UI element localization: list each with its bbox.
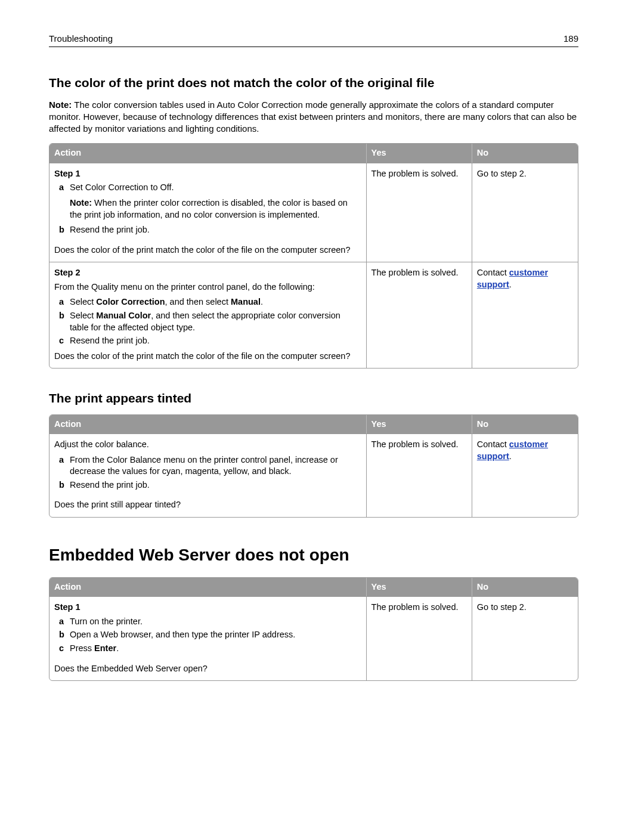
step-label: Step 1 — [54, 602, 361, 614]
table-row: Step 1 a Set Color Correction to Off. No… — [49, 163, 578, 262]
step-intro: From the Quality menu on the printer con… — [54, 281, 361, 293]
col-action: Action — [49, 415, 367, 434]
yes-cell: The problem is solved. — [367, 163, 472, 262]
step-label: Step 1 — [54, 168, 361, 180]
col-yes: Yes — [367, 144, 472, 163]
col-action: Action — [49, 144, 367, 163]
col-no: No — [472, 578, 578, 597]
list-marker: a — [59, 182, 70, 194]
page: Troubleshooting 189 The color of the pri… — [0, 0, 644, 833]
text-frag: . — [509, 280, 512, 289]
header-section: Troubleshooting — [49, 33, 113, 45]
table-row: Step 2 From the Quality menu on the prin… — [49, 262, 578, 368]
col-no: No — [472, 415, 578, 434]
no-cell: Contact customer support. — [472, 433, 578, 517]
col-yes: Yes — [367, 578, 472, 597]
no-cell: Go to step 2. — [472, 163, 578, 262]
text-frag: Contact — [477, 268, 509, 277]
action-cell: Step 1 a Set Color Correction to Off. No… — [49, 163, 367, 262]
bold-frag: Color Correction — [96, 297, 165, 306]
section2-table: Action Yes No Adjust the color balance. … — [49, 414, 578, 518]
sub-a: a Set Color Correction to Off. — [59, 182, 361, 194]
sub-note: Note: When the printer color correction … — [70, 197, 361, 221]
list-text: From the Color Balance menu on the print… — [70, 454, 361, 478]
section1-title: The color of the print does not match th… — [49, 75, 578, 91]
step-question: Does the color of the print match the co… — [54, 244, 361, 256]
text-frag: Press — [70, 643, 94, 653]
action-cell: Adjust the color balance. a From the Col… — [49, 433, 367, 517]
list-text: Select Color Correction, and then select… — [70, 296, 361, 308]
step-question: Does the Embedded Web Server open? — [54, 663, 361, 675]
table-row: Step 1 a Turn on the printer. b Open a W… — [49, 596, 578, 680]
bold-frag: Manual — [231, 297, 261, 306]
col-yes: Yes — [367, 415, 472, 434]
list-marker: a — [59, 616, 70, 628]
sub-c: c Press Enter. — [59, 643, 361, 655]
list-marker: c — [59, 335, 70, 347]
sub-a: a From the Color Balance menu on the pri… — [59, 454, 361, 478]
yes-cell: The problem is solved. — [367, 433, 472, 517]
section2-title: The print appears tinted — [49, 390, 578, 407]
sub-a: a Turn on the printer. — [59, 616, 361, 628]
list-text: Resend the print job. — [70, 479, 361, 491]
list-text: Open a Web browser, and then type the pr… — [70, 629, 361, 641]
list-marker: c — [59, 643, 70, 655]
list-marker: b — [59, 479, 70, 491]
section1-note: Note: The color conversion tables used i… — [49, 99, 578, 135]
sub-c: c Resend the print job. — [59, 335, 361, 347]
list-text: Press Enter. — [70, 643, 361, 655]
list-marker: b — [59, 224, 70, 236]
list-text: Set Color Correction to Off. — [70, 182, 361, 194]
text-frag: . — [261, 297, 263, 306]
step-question: Does the color of the print match the co… — [54, 351, 361, 363]
sub-b: b Resend the print job. — [59, 479, 361, 491]
sub-b: b Resend the print job. — [59, 224, 361, 236]
table-header-row: Action Yes No — [49, 415, 578, 434]
no-cell: Go to step 2. — [472, 596, 578, 680]
note-label: Note: — [49, 100, 72, 110]
table-row: Adjust the color balance. a From the Col… — [49, 433, 578, 517]
yes-cell: The problem is solved. — [367, 596, 472, 680]
step-intro: Adjust the color balance. — [54, 439, 361, 451]
yes-cell: The problem is solved. — [367, 262, 472, 368]
section3-table: Action Yes No Step 1 a Turn on the print… — [49, 577, 578, 681]
bold-frag: Enter — [94, 643, 116, 653]
step-label: Step 2 — [54, 267, 361, 279]
list-marker: a — [59, 454, 70, 478]
text-frag: Select — [70, 311, 96, 320]
list-text: Select Manual Color, and then select the… — [70, 310, 361, 333]
bold-frag: Manual Color — [96, 311, 151, 320]
sub-b: b Select Manual Color, and then select t… — [59, 310, 361, 333]
section1-table: Action Yes No Step 1 a Set Color Correct… — [49, 143, 578, 368]
table-header-row: Action Yes No — [49, 144, 578, 163]
note-text: The color conversion tables used in Auto… — [49, 100, 577, 134]
running-header: Troubleshooting 189 — [49, 33, 578, 47]
sub-a: a Select Color Correction, and then sele… — [59, 296, 361, 308]
list-text: Resend the print job. — [70, 335, 361, 347]
table-header-row: Action Yes No — [49, 578, 578, 597]
action-cell: Step 1 a Turn on the printer. b Open a W… — [49, 596, 367, 680]
section3-title: Embedded Web Server does not open — [49, 544, 578, 566]
no-cell: Contact customer support. — [472, 262, 578, 368]
action-cell: Step 2 From the Quality menu on the prin… — [49, 262, 367, 368]
sub-b: b Open a Web browser, and then type the … — [59, 629, 361, 641]
text-frag: . — [116, 643, 119, 653]
note-text: When the printer color correction is dis… — [70, 198, 348, 219]
col-no: No — [472, 144, 578, 163]
step-question: Does the print still appear tinted? — [54, 499, 361, 511]
header-page-number: 189 — [564, 33, 578, 45]
list-marker: a — [59, 296, 70, 308]
text-frag: Select — [70, 297, 96, 306]
list-text: Turn on the printer. — [70, 616, 361, 628]
text-frag: , and then select — [165, 297, 231, 306]
list-marker: b — [59, 310, 70, 333]
text-frag: Contact — [477, 439, 509, 449]
list-marker: b — [59, 629, 70, 641]
list-text: Resend the print job. — [70, 224, 361, 236]
note-label: Note: — [70, 198, 92, 208]
col-action: Action — [49, 578, 367, 597]
text-frag: . — [509, 451, 512, 461]
